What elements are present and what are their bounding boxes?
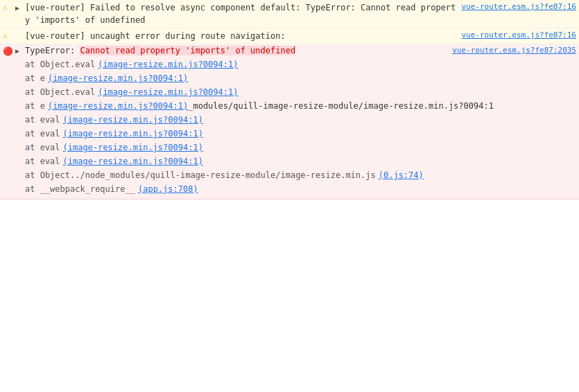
stack-line-4: at e (image-resize.min.js?0094:1) _modul…: [3, 99, 576, 113]
stack-link-9[interactable]: (0.js:74): [379, 169, 424, 181]
error-prefix: TypeError:: [25, 46, 80, 55]
warning-icon-1: ⚠: [3, 1, 14, 14]
stack-link-1[interactable]: (image-resize.min.js?0094:1): [98, 58, 238, 71]
at-text-7: at eval: [25, 141, 60, 154]
stack-link-2[interactable]: (image-resize.min.js?0094:1): [48, 72, 188, 84]
stack-link-3[interactable]: (image-resize.min.js?0094:1): [98, 86, 238, 98]
warning-message-1: [vue-router] Failed to resolve async com…: [25, 1, 456, 26]
error-icon-1: 🔴: [3, 46, 14, 56]
warning-icon-2: ⚠: [3, 30, 14, 42]
stack-line-9: at Object../node_modules/quill-image-res…: [3, 168, 576, 182]
stack-link-7[interactable]: (image-resize.min.js?0094:1): [63, 141, 203, 154]
stack-text-4: _modules/quill-image-resize-module/image…: [188, 100, 494, 112]
log-entry-warning-1: ⚠ ▶ [vue-router] Failed to resolve async…: [0, 0, 579, 28]
source-link-3[interactable]: vue-router.esm.js?fe87:2035: [452, 46, 576, 55]
at-text-2: at e: [25, 72, 45, 84]
log-entry-error-1: 🔴 ▶ TypeError: Cannot read property 'imp…: [0, 44, 579, 57]
stack-link-5[interactable]: (image-resize.min.js?0094:1): [63, 114, 203, 126]
at-text-5: at eval: [25, 114, 60, 126]
console-panel: ⚠ ▶ [vue-router] Failed to resolve async…: [0, 0, 579, 392]
source-link-1[interactable]: vue-router.esm.js?fe87:16: [461, 1, 576, 13]
at-text-6: at eval: [25, 127, 60, 140]
at-text-1: at Object.eval: [25, 58, 95, 71]
at-text-9: at Object../node_modules/quill-image-res…: [25, 169, 376, 181]
stack-line-8: at eval (image-resize.min.js?0094:1): [3, 154, 576, 168]
stack-link-6[interactable]: (image-resize.min.js?0094:1): [63, 127, 203, 140]
stack-line-10: at __webpack_require__ (app.js:708): [3, 182, 576, 196]
source-link-2[interactable]: vue-router.esm.js?fe87:16: [461, 30, 576, 42]
stack-line-7: at eval (image-resize.min.js?0094:1): [3, 141, 576, 154]
error-highlight: Cannot read property 'imports' of undefi…: [80, 46, 295, 55]
stack-line-2: at e (image-resize.min.js?0094:1): [3, 71, 576, 85]
stack-line-1: at Object.eval (image-resize.min.js?0094…: [3, 57, 576, 71]
warning-message-2: [vue-router] uncaught error during route…: [25, 30, 456, 42]
stack-link-10[interactable]: (app.js:708): [138, 183, 198, 195]
expand-arrow-1[interactable]: ▶: [15, 1, 25, 13]
stack-line-6: at eval (image-resize.min.js?0094:1): [3, 127, 576, 141]
stack-link-4[interactable]: (image-resize.min.js?0094:1): [48, 100, 188, 112]
stack-link-8[interactable]: (image-resize.min.js?0094:1): [63, 155, 203, 168]
at-text-3: at Object.eval: [25, 86, 95, 98]
log-entry-warning-2: ⚠ ▶ [vue-router] uncaught error during r…: [0, 28, 579, 44]
error-message-1: TypeError: Cannot read property 'imports…: [25, 46, 447, 55]
stack-trace: at Object.eval (image-resize.min.js?0094…: [0, 57, 579, 199]
stack-line-5: at eval (image-resize.min.js?0094:1): [3, 113, 576, 127]
expand-arrow-3[interactable]: ▶: [15, 46, 25, 55]
stack-line-3: at Object.eval (image-resize.min.js?0094…: [3, 85, 576, 99]
at-text-8: at eval: [25, 155, 60, 168]
at-text-10: at __webpack_require__: [25, 183, 135, 195]
at-text-4: at e: [25, 100, 45, 112]
